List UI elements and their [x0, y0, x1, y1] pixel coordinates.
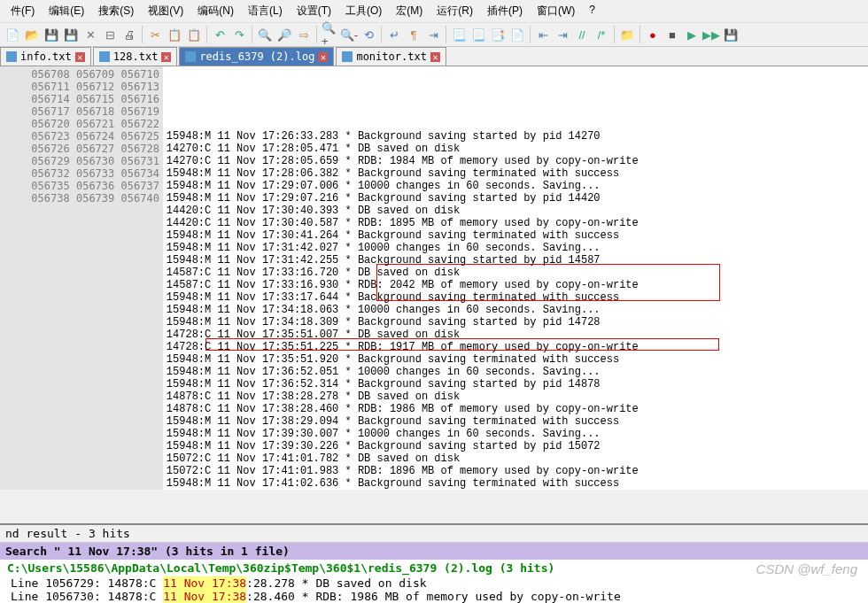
tab-close-icon[interactable]: ✕ — [430, 52, 440, 62]
close-all-icon[interactable]: ⊟ — [101, 26, 119, 43]
comment-icon[interactable]: // — [573, 26, 591, 43]
menu-settings[interactable]: 设置(T) — [290, 2, 338, 20]
menu-edit[interactable]: 编辑(E) — [42, 2, 91, 20]
search-results-header: nd result - 3 hits — [0, 525, 868, 543]
tab-2[interactable]: redis_6379 (2).log✕ — [179, 47, 334, 66]
file-icon — [342, 51, 353, 62]
cut-icon[interactable]: ✂ — [146, 26, 164, 43]
close-icon[interactable]: ✕ — [81, 26, 99, 43]
menu-encoding[interactable]: 编码(N) — [190, 2, 241, 20]
play-icon[interactable]: ▶ — [683, 26, 701, 43]
menu-language[interactable]: 语言(L) — [241, 2, 290, 20]
doc1-icon[interactable]: 📃 — [450, 26, 468, 43]
text-content[interactable]: 15948:M 11 Nov 17:26:33.283 * Background… — [163, 66, 868, 490]
search-hit-1[interactable]: Line 1056730: 14878:C 11 Nov 17:38:28.46… — [0, 590, 868, 603]
tab-1[interactable]: 128.txt✕ — [93, 47, 178, 66]
funclist-icon[interactable]: 📑 — [489, 26, 507, 43]
toolbar: 📄 📂 💾 💾 ✕ ⊟ 🖨 ✂ 📋 📋 ↶ ↷ 🔍 🔎 ⇨ 🔍+ 🔍- ⟲ ↵ … — [0, 23, 868, 47]
menu-tools[interactable]: 工具(O) — [338, 2, 389, 20]
menu-file[interactable]: 件(F) — [4, 2, 42, 20]
indent-icon[interactable]: ⇥ — [424, 26, 442, 43]
file-icon — [99, 51, 110, 62]
menu-help[interactable]: ? — [582, 2, 602, 20]
tab-label: 128.txt — [113, 50, 159, 63]
tab-close-icon[interactable]: ✕ — [318, 52, 328, 62]
tab-label: redis_6379 (2).log — [199, 50, 314, 63]
wordwrap-icon[interactable]: ↵ — [385, 26, 403, 43]
tab-label: monitor.txt — [356, 50, 426, 63]
replace-icon[interactable]: 🔎 — [275, 26, 293, 43]
save-macro-icon[interactable]: 💾 — [722, 26, 740, 43]
uncomment-icon[interactable]: /* — [593, 26, 610, 43]
goto-icon[interactable]: ⇨ — [295, 26, 313, 43]
docmap-icon[interactable]: 📄 — [508, 26, 526, 43]
file-icon — [185, 51, 196, 62]
menu-run[interactable]: 运行(R) — [430, 2, 480, 20]
undo-icon[interactable]: ↶ — [211, 26, 229, 43]
search-query-line[interactable]: Search " 11 Nov 17:38" (3 hits in 1 file… — [0, 543, 868, 560]
find-icon[interactable]: 🔍 — [256, 26, 274, 43]
tab-3[interactable]: monitor.txt✕ — [336, 47, 446, 66]
menu-macro[interactable]: 宏(M) — [389, 2, 430, 20]
show-chars-icon[interactable]: ¶ — [405, 26, 422, 43]
indent-left-icon[interactable]: ⇤ — [534, 26, 552, 43]
tab-close-icon[interactable]: ✕ — [75, 52, 85, 62]
open-file-icon[interactable]: 📂 — [23, 26, 41, 43]
menu-window[interactable]: 窗口(W) — [530, 2, 582, 20]
line-gutter: 056708 056709 056710 056711 056712 05671… — [0, 66, 163, 490]
fastplay-icon[interactable]: ▶▶ — [702, 26, 720, 43]
tab-close-icon[interactable]: ✕ — [161, 52, 171, 62]
stop-icon[interactable]: ■ — [663, 26, 681, 43]
tab-label: info.txt — [20, 50, 72, 63]
search-file-line[interactable]: C:\Users\15586\AppData\Local\Temp\360zip… — [0, 560, 868, 576]
search-results-pane[interactable]: nd result - 3 hits Search " 11 Nov 17:38… — [0, 523, 868, 603]
zoom-in-icon[interactable]: 🔍+ — [321, 26, 338, 43]
file-icon — [6, 51, 17, 62]
record-icon[interactable]: ● — [644, 26, 662, 43]
menu-view[interactable]: 视图(V) — [141, 2, 190, 20]
menu-plugins[interactable]: 插件(P) — [480, 2, 530, 20]
paste-icon[interactable]: 📋 — [185, 26, 203, 43]
tab-0[interactable]: info.txt✕ — [0, 47, 91, 66]
print-icon[interactable]: 🖨 — [120, 26, 138, 43]
save-icon[interactable]: 💾 — [43, 26, 60, 43]
save-all-icon[interactable]: 💾 — [62, 26, 80, 43]
doc2-icon[interactable]: 📃 — [469, 26, 487, 43]
search-hit-0[interactable]: Line 1056729: 14878:C 11 Nov 17:38:28.27… — [0, 576, 868, 590]
redo-icon[interactable]: ↷ — [230, 26, 248, 43]
sync-icon[interactable]: ⟲ — [360, 26, 377, 43]
copy-icon[interactable]: 📋 — [166, 26, 183, 43]
editor-area[interactable]: 056708 056709 056710 056711 056712 05671… — [0, 66, 868, 490]
menu-search[interactable]: 搜索(S) — [91, 2, 141, 20]
menu-bar: 件(F) 编辑(E) 搜索(S) 视图(V) 编码(N) 语言(L) 设置(T)… — [0, 0, 868, 23]
new-file-icon[interactable]: 📄 — [4, 26, 21, 43]
folder-icon[interactable]: 📁 — [618, 26, 636, 43]
indent-right-icon[interactable]: ⇥ — [554, 26, 571, 43]
tab-bar: info.txt✕128.txt✕redis_6379 (2).log✕moni… — [0, 47, 868, 66]
zoom-out-icon[interactable]: 🔍- — [340, 26, 358, 43]
